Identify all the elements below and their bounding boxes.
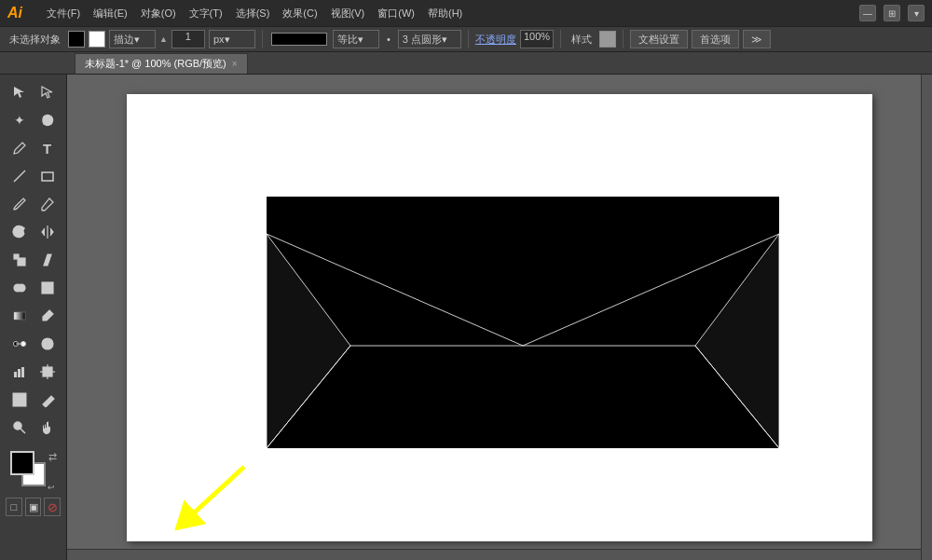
- document-tab[interactable]: 未标题-1* @ 100% (RGB/预览) ×: [75, 53, 248, 74]
- menu-select[interactable]: 选择(S): [230, 5, 276, 22]
- app-logo: Ai: [7, 5, 22, 21]
- rect-tool[interactable]: [34, 163, 61, 189]
- opacity-label[interactable]: 不透明度: [475, 33, 516, 47]
- expand-icon[interactable]: ▾: [908, 5, 925, 21]
- shape-builder-tool[interactable]: [7, 275, 33, 301]
- tool-row-7: [0, 246, 66, 274]
- svg-rect-20: [18, 369, 21, 377]
- opacity-input[interactable]: 100%: [520, 30, 554, 48]
- menu-effect[interactable]: 效果(C): [277, 5, 322, 22]
- main-area: ✦ T: [0, 75, 932, 560]
- separator-4: [623, 30, 624, 48]
- tool-row-10: [0, 330, 66, 358]
- lasso-tool[interactable]: [34, 107, 61, 133]
- style-label: 样式: [568, 33, 596, 47]
- vertical-scrollbar[interactable]: [921, 75, 932, 560]
- mesh-tool[interactable]: [34, 275, 61, 301]
- magic-wand-tool[interactable]: ✦: [7, 107, 33, 133]
- color-mode-none[interactable]: ⊘: [44, 498, 61, 516]
- tool-row-6: [0, 218, 66, 246]
- direct-select-tool[interactable]: [34, 79, 61, 105]
- tool-row-12: [0, 386, 66, 414]
- color-area: ⇄ ↩ □ ▣ ⊘: [0, 445, 66, 521]
- svg-rect-1: [42, 172, 53, 181]
- zoom-tool[interactable]: [7, 415, 33, 441]
- title-controls: — ⊞ ▾: [859, 5, 925, 21]
- menu-file[interactable]: 文件(F): [41, 5, 86, 22]
- svg-line-31: [21, 429, 25, 433]
- tool-row-9: [0, 302, 66, 330]
- eyedropper-tool[interactable]: [34, 303, 61, 329]
- properties-toolbar: 未选择对象 描边▾ ▲ 1 px▾ 等比▾ • 3 点圆形▾ 不透明度 100%…: [0, 26, 932, 52]
- dot-shape-dropdown[interactable]: 3 点圆形▾: [398, 30, 461, 48]
- menu-text[interactable]: 文字(T): [184, 5, 228, 22]
- menu-bar: 文件(F) 编辑(E) 对象(O) 文字(T) 选择(S) 效果(C) 视图(V…: [41, 5, 468, 22]
- envelope-shape[interactable]: [267, 197, 779, 448]
- svg-rect-21: [21, 367, 24, 377]
- separator-2: [468, 30, 469, 48]
- doc-settings-button[interactable]: 文档设置: [630, 30, 688, 48]
- artboard: [127, 94, 872, 541]
- tab-title: 未标题-1* @ 100% (RGB/预览): [85, 57, 226, 71]
- stroke-swatch[interactable]: [89, 31, 105, 48]
- blend-tool[interactable]: [7, 331, 33, 357]
- menu-window[interactable]: 窗口(W): [372, 5, 420, 22]
- rotate-tool[interactable]: [7, 219, 33, 245]
- menu-view[interactable]: 视图(V): [325, 5, 371, 22]
- tool-row-2: ✦: [0, 106, 66, 134]
- menu-object[interactable]: 对象(O): [135, 5, 182, 22]
- fill-swatch[interactable]: [68, 31, 85, 48]
- extra-options-button[interactable]: ≫: [743, 30, 771, 48]
- tool-row-4: [0, 162, 66, 190]
- eraser-tool[interactable]: [34, 387, 61, 413]
- scale-tool[interactable]: [7, 247, 33, 273]
- pencil-tool[interactable]: [34, 191, 61, 217]
- column-graph-tool[interactable]: [7, 359, 33, 385]
- hand-tool[interactable]: [34, 415, 61, 441]
- stroke-dropdown[interactable]: 描边▾: [109, 30, 156, 48]
- svg-point-8: [18, 284, 25, 292]
- svg-rect-12: [14, 312, 25, 320]
- shear-tool[interactable]: [34, 247, 61, 273]
- stroke-unit-dropdown[interactable]: px▾: [209, 30, 255, 48]
- separator-1: [262, 30, 263, 48]
- tab-close-button[interactable]: ×: [232, 59, 238, 69]
- tab-bar: 未标题-1* @ 100% (RGB/预览) ×: [0, 52, 932, 75]
- up-arrow-icon: ▲: [159, 34, 168, 44]
- menu-edit[interactable]: 编辑(E): [88, 5, 133, 22]
- tool-row-11: [0, 358, 66, 386]
- text-tool[interactable]: T: [34, 135, 61, 161]
- tool-row-5: [0, 190, 66, 218]
- gradient-tool[interactable]: [7, 303, 33, 329]
- minimize-button[interactable]: —: [859, 5, 876, 21]
- symbol-tool[interactable]: [34, 331, 61, 357]
- selection-label: 未选择对象: [6, 33, 64, 47]
- slice-tool[interactable]: [7, 387, 33, 413]
- grid-icon[interactable]: ⊞: [884, 5, 900, 21]
- tool-row-8: [0, 274, 66, 302]
- swap-colors-icon[interactable]: ⇄: [48, 451, 57, 463]
- svg-line-0: [14, 171, 25, 182]
- line-tool[interactable]: [7, 163, 33, 189]
- fg-color-swatch[interactable]: [10, 451, 34, 475]
- color-mode-fill[interactable]: □: [6, 498, 22, 516]
- dot-separator: •: [383, 34, 394, 45]
- select-tool[interactable]: [7, 79, 33, 105]
- tool-row-1: [0, 78, 66, 106]
- reset-colors-icon[interactable]: ↩: [48, 483, 55, 492]
- tool-row-3: T: [0, 134, 66, 162]
- menu-help[interactable]: 帮助(H): [422, 5, 468, 22]
- color-mode-gradient[interactable]: ▣: [25, 498, 42, 516]
- artboard-tool[interactable]: [34, 359, 61, 385]
- prefs-button[interactable]: 首选项: [692, 30, 739, 48]
- brush-tool[interactable]: [7, 191, 33, 217]
- reflect-tool[interactable]: [34, 219, 61, 245]
- svg-rect-22: [43, 367, 52, 376]
- horizontal-scrollbar[interactable]: [67, 549, 921, 560]
- canvas-area: [67, 75, 932, 560]
- style-swatch[interactable]: [599, 31, 616, 48]
- line-type-dropdown[interactable]: 等比▾: [333, 30, 379, 48]
- line-preview: [271, 33, 327, 46]
- pen-tool[interactable]: [7, 135, 33, 161]
- stroke-width-input[interactable]: 1: [171, 30, 205, 48]
